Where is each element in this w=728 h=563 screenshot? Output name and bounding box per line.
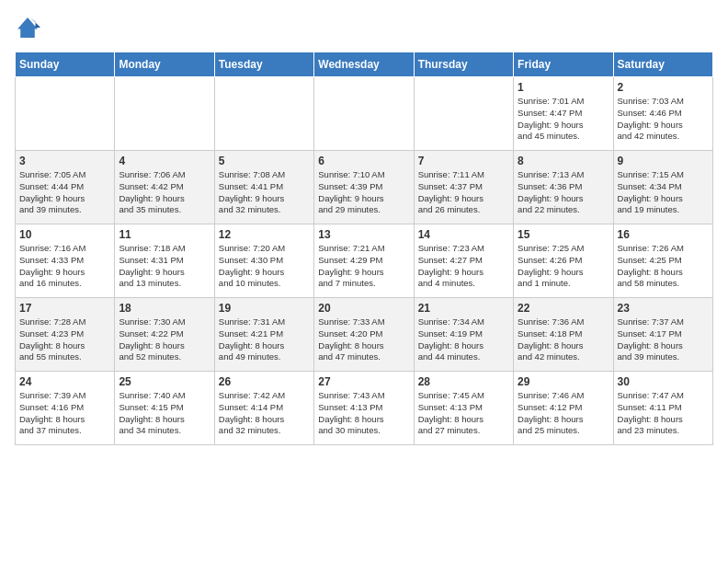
- calendar-cell: 8Sunrise: 7:13 AM Sunset: 4:36 PM Daylig…: [514, 151, 613, 224]
- day-number: 23: [618, 302, 709, 315]
- calendar-cell: 27Sunrise: 7:43 AM Sunset: 4:13 PM Dayli…: [314, 372, 414, 445]
- logo-icon: [15, 15, 40, 40]
- day-info: Sunrise: 7:39 AM Sunset: 4:16 PM Dayligh…: [19, 390, 110, 437]
- calendar-week-row: 10Sunrise: 7:16 AM Sunset: 4:33 PM Dayli…: [16, 224, 713, 298]
- calendar-cell: 10Sunrise: 7:16 AM Sunset: 4:33 PM Dayli…: [16, 224, 115, 298]
- day-number: 29: [518, 375, 609, 388]
- day-number: 6: [318, 155, 409, 167]
- day-info: Sunrise: 7:36 AM Sunset: 4:18 PM Dayligh…: [518, 316, 609, 363]
- calendar-cell: 14Sunrise: 7:23 AM Sunset: 4:27 PM Dayli…: [414, 224, 513, 298]
- day-info: Sunrise: 7:18 AM Sunset: 4:31 PM Dayligh…: [119, 243, 210, 290]
- day-number: 21: [418, 302, 509, 315]
- calendar-cell: 6Sunrise: 7:10 AM Sunset: 4:39 PM Daylig…: [314, 151, 414, 224]
- calendar-cell: 13Sunrise: 7:21 AM Sunset: 4:29 PM Dayli…: [314, 224, 414, 298]
- day-info: Sunrise: 7:37 AM Sunset: 4:17 PM Dayligh…: [618, 316, 709, 363]
- page-header: [15, 15, 713, 40]
- day-info: Sunrise: 7:08 AM Sunset: 4:41 PM Dayligh…: [219, 169, 310, 216]
- day-number: 8: [518, 155, 609, 167]
- weekday-header: Friday: [514, 52, 613, 77]
- day-info: Sunrise: 7:23 AM Sunset: 4:27 PM Dayligh…: [418, 243, 509, 290]
- calendar-cell: [214, 77, 313, 151]
- day-info: Sunrise: 7:10 AM Sunset: 4:39 PM Dayligh…: [318, 169, 409, 216]
- day-info: Sunrise: 7:30 AM Sunset: 4:22 PM Dayligh…: [119, 316, 210, 363]
- day-info: Sunrise: 7:45 AM Sunset: 4:13 PM Dayligh…: [418, 390, 509, 437]
- day-number: 18: [119, 302, 210, 315]
- calendar-cell: 4Sunrise: 7:06 AM Sunset: 4:42 PM Daylig…: [115, 151, 214, 224]
- day-number: 19: [219, 302, 310, 315]
- day-info: Sunrise: 7:33 AM Sunset: 4:20 PM Dayligh…: [318, 316, 409, 363]
- day-number: 22: [518, 302, 609, 315]
- day-info: Sunrise: 7:47 AM Sunset: 4:11 PM Dayligh…: [618, 390, 709, 437]
- calendar-cell: 9Sunrise: 7:15 AM Sunset: 4:34 PM Daylig…: [613, 151, 712, 224]
- calendar-cell: 2Sunrise: 7:03 AM Sunset: 4:46 PM Daylig…: [613, 77, 712, 151]
- weekday-header: Sunday: [16, 52, 115, 77]
- day-number: 7: [418, 155, 509, 167]
- day-number: 11: [119, 228, 210, 241]
- day-number: 15: [518, 228, 609, 241]
- svg-marker-0: [17, 17, 38, 38]
- calendar-table: SundayMondayTuesdayWednesdayThursdayFrid…: [15, 52, 713, 445]
- day-info: Sunrise: 7:46 AM Sunset: 4:12 PM Dayligh…: [518, 390, 609, 437]
- day-number: 25: [119, 375, 210, 388]
- day-info: Sunrise: 7:31 AM Sunset: 4:21 PM Dayligh…: [219, 316, 310, 363]
- weekday-header: Tuesday: [214, 52, 313, 77]
- calendar-cell: 20Sunrise: 7:33 AM Sunset: 4:20 PM Dayli…: [314, 298, 414, 372]
- day-number: 14: [418, 228, 509, 241]
- day-info: Sunrise: 7:03 AM Sunset: 4:46 PM Dayligh…: [618, 96, 709, 143]
- calendar-cell: 28Sunrise: 7:45 AM Sunset: 4:13 PM Dayli…: [414, 372, 513, 445]
- calendar-week-row: 24Sunrise: 7:39 AM Sunset: 4:16 PM Dayli…: [16, 372, 713, 445]
- day-number: 13: [318, 228, 409, 241]
- day-number: 24: [19, 375, 110, 388]
- calendar-cell: 17Sunrise: 7:28 AM Sunset: 4:23 PM Dayli…: [16, 298, 115, 372]
- calendar-cell: 3Sunrise: 7:05 AM Sunset: 4:44 PM Daylig…: [16, 151, 115, 224]
- day-info: Sunrise: 7:43 AM Sunset: 4:13 PM Dayligh…: [318, 390, 409, 437]
- day-info: Sunrise: 7:15 AM Sunset: 4:34 PM Dayligh…: [618, 169, 709, 216]
- day-number: 20: [318, 302, 409, 315]
- calendar-cell: [414, 77, 513, 151]
- calendar-cell: 12Sunrise: 7:20 AM Sunset: 4:30 PM Dayli…: [214, 224, 313, 298]
- day-number: 12: [219, 228, 310, 241]
- day-info: Sunrise: 7:11 AM Sunset: 4:37 PM Dayligh…: [418, 169, 509, 216]
- calendar-cell: 5Sunrise: 7:08 AM Sunset: 4:41 PM Daylig…: [214, 151, 313, 224]
- calendar-cell: 18Sunrise: 7:30 AM Sunset: 4:22 PM Dayli…: [115, 298, 214, 372]
- calendar-header-row: SundayMondayTuesdayWednesdayThursdayFrid…: [16, 52, 713, 77]
- day-number: 28: [418, 375, 509, 388]
- day-info: Sunrise: 7:40 AM Sunset: 4:15 PM Dayligh…: [119, 390, 210, 437]
- calendar-cell: 21Sunrise: 7:34 AM Sunset: 4:19 PM Dayli…: [414, 298, 513, 372]
- calendar-week-row: 3Sunrise: 7:05 AM Sunset: 4:44 PM Daylig…: [16, 151, 713, 224]
- day-number: 3: [19, 155, 110, 167]
- weekday-header: Thursday: [414, 52, 513, 77]
- calendar-cell: [16, 77, 115, 151]
- day-info: Sunrise: 7:25 AM Sunset: 4:26 PM Dayligh…: [518, 243, 609, 290]
- calendar-cell: 22Sunrise: 7:36 AM Sunset: 4:18 PM Dayli…: [514, 298, 613, 372]
- calendar-cell: [115, 77, 214, 151]
- calendar-cell: 25Sunrise: 7:40 AM Sunset: 4:15 PM Dayli…: [115, 372, 214, 445]
- day-info: Sunrise: 7:20 AM Sunset: 4:30 PM Dayligh…: [219, 243, 310, 290]
- day-number: 30: [618, 375, 709, 388]
- day-number: 5: [219, 155, 310, 167]
- day-number: 27: [318, 375, 409, 388]
- day-info: Sunrise: 7:21 AM Sunset: 4:29 PM Dayligh…: [318, 243, 409, 290]
- weekday-header: Monday: [115, 52, 214, 77]
- calendar-cell: 23Sunrise: 7:37 AM Sunset: 4:17 PM Dayli…: [613, 298, 712, 372]
- calendar-week-row: 1Sunrise: 7:01 AM Sunset: 4:47 PM Daylig…: [16, 77, 713, 151]
- calendar-cell: 24Sunrise: 7:39 AM Sunset: 4:16 PM Dayli…: [16, 372, 115, 445]
- calendar-cell: 1Sunrise: 7:01 AM Sunset: 4:47 PM Daylig…: [514, 77, 613, 151]
- day-info: Sunrise: 7:16 AM Sunset: 4:33 PM Dayligh…: [19, 243, 110, 290]
- day-info: Sunrise: 7:06 AM Sunset: 4:42 PM Dayligh…: [119, 169, 210, 216]
- day-number: 10: [19, 228, 110, 241]
- day-number: 26: [219, 375, 310, 388]
- day-number: 16: [618, 228, 709, 241]
- day-number: 4: [119, 155, 210, 167]
- calendar-body: 1Sunrise: 7:01 AM Sunset: 4:47 PM Daylig…: [16, 77, 713, 445]
- calendar-cell: [314, 77, 414, 151]
- calendar-cell: 30Sunrise: 7:47 AM Sunset: 4:11 PM Dayli…: [613, 372, 712, 445]
- weekday-header: Wednesday: [314, 52, 414, 77]
- calendar-cell: 29Sunrise: 7:46 AM Sunset: 4:12 PM Dayli…: [514, 372, 613, 445]
- logo: [15, 15, 44, 40]
- day-info: Sunrise: 7:13 AM Sunset: 4:36 PM Dayligh…: [518, 169, 609, 216]
- day-info: Sunrise: 7:42 AM Sunset: 4:14 PM Dayligh…: [219, 390, 310, 437]
- calendar-cell: 11Sunrise: 7:18 AM Sunset: 4:31 PM Dayli…: [115, 224, 214, 298]
- calendar-cell: 26Sunrise: 7:42 AM Sunset: 4:14 PM Dayli…: [214, 372, 313, 445]
- day-number: 17: [19, 302, 110, 315]
